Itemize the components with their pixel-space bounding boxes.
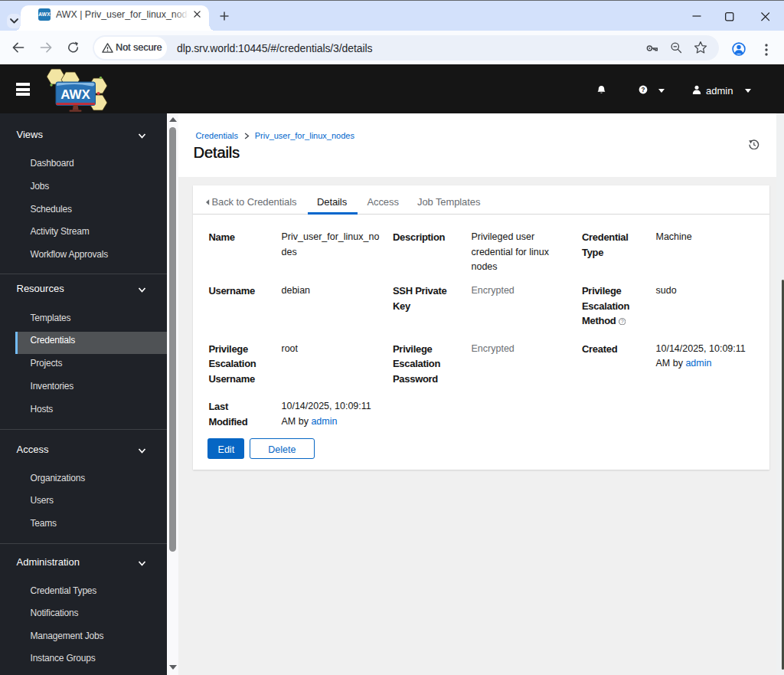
svg-text:?: ? xyxy=(642,87,645,93)
svg-text:?: ? xyxy=(621,319,624,324)
svg-text:AWX: AWX xyxy=(60,87,90,102)
